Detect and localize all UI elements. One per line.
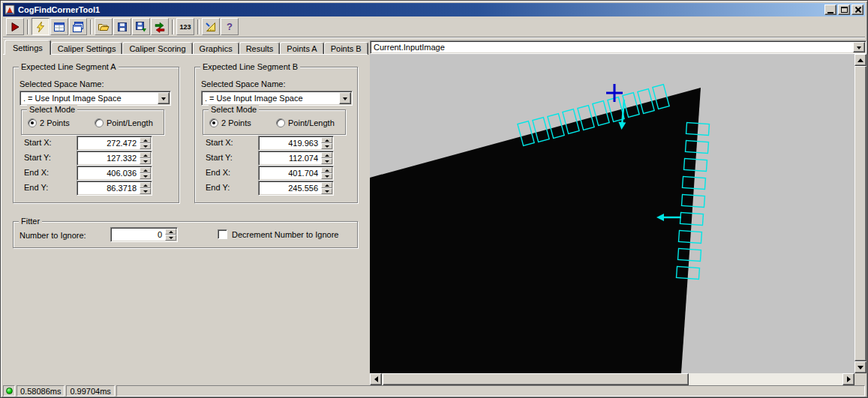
spinner — [321, 182, 332, 194]
scroll-left-button[interactable] — [370, 373, 382, 385]
end-x-input-b[interactable]: 401.704 — [258, 166, 334, 181]
image-canvas[interactable] — [370, 54, 854, 373]
radio-point-length-a[interactable]: Point/Length — [95, 118, 153, 127]
scroll-down-button[interactable] — [854, 361, 866, 373]
vertical-scroll-thumb[interactable] — [854, 66, 866, 361]
tab-settings[interactable]: Settings — [5, 40, 51, 55]
tab-points-b[interactable]: Points B — [324, 42, 368, 55]
caret — [857, 46, 861, 52]
vertical-scrollbar[interactable] — [854, 54, 866, 373]
measure-tool-button[interactable] — [202, 18, 220, 35]
arrow-up-icon — [857, 55, 863, 62]
spin-down-button[interactable] — [140, 143, 151, 149]
spin-up-button[interactable] — [140, 152, 151, 158]
caret — [325, 160, 329, 165]
scroll-up-button[interactable] — [854, 54, 866, 66]
caret — [143, 152, 148, 157]
spin-down-button[interactable] — [140, 173, 151, 179]
maximize-button[interactable] — [838, 4, 850, 15]
save-icon — [116, 21, 128, 33]
radio-icon[interactable] — [28, 118, 37, 127]
spin-down-button[interactable] — [321, 143, 332, 149]
spin-up-button[interactable] — [321, 167, 332, 173]
tab-points-a[interactable]: Points A — [280, 42, 323, 55]
end-y-input-b[interactable]: 245.556 — [258, 181, 334, 196]
chevron-down-icon[interactable] — [339, 92, 351, 104]
spin-down-button[interactable] — [140, 188, 151, 194]
radio-icon[interactable] — [95, 118, 104, 127]
help-button[interactable]: ? — [221, 18, 239, 35]
spin-up-button[interactable] — [321, 152, 332, 158]
tab-caliper-settings[interactable]: Caliper Settings — [51, 42, 123, 55]
electric-run-button[interactable] — [32, 18, 50, 35]
start-x-label: Start X: — [206, 138, 233, 147]
radio-icon[interactable] — [276, 118, 285, 127]
minimize-button[interactable] — [824, 4, 836, 15]
caret — [325, 152, 329, 157]
start-x-input-a[interactable]: 272.472 — [77, 136, 152, 151]
decrement-number-row[interactable]: Decrement Number to Ignore — [218, 229, 338, 239]
window-title: CogFindCornerTool1 — [18, 5, 824, 14]
status-filler — [116, 385, 865, 397]
space-name-combo-b[interactable]: . = Use Input Image Space — [201, 91, 353, 106]
scroll-right-button[interactable] — [842, 373, 854, 385]
radio-label: 2 Points — [221, 118, 251, 127]
spin-down-button[interactable] — [165, 235, 176, 241]
spin-up-button[interactable] — [321, 137, 332, 143]
caret — [169, 229, 173, 233]
tab-caliper-scoring[interactable]: Caliper Scoring — [122, 42, 192, 55]
save-button[interactable] — [113, 18, 131, 35]
spin-up-button[interactable] — [165, 229, 176, 235]
number-to-ignore-label: Number to Ignore: — [20, 231, 86, 240]
caret — [343, 97, 347, 103]
arrow-left-icon — [371, 376, 378, 382]
chevron-down-icon[interactable] — [158, 92, 170, 104]
image-viewport[interactable] — [370, 54, 854, 373]
spin-up-button[interactable] — [140, 167, 151, 173]
spin-down-button[interactable] — [321, 158, 332, 164]
start-y-input-a[interactable]: 127.332 — [77, 151, 152, 166]
radio-2-points-a[interactable]: 2 Points — [28, 118, 70, 127]
run-button[interactable] — [6, 18, 24, 35]
end-y-input-a[interactable]: 86.3718 — [77, 181, 152, 196]
spin-up-button[interactable] — [321, 182, 332, 188]
spin-up-button[interactable] — [140, 137, 151, 143]
records-window-button[interactable] — [69, 18, 87, 35]
horizontal-scrollbar[interactable] — [370, 373, 854, 385]
horizontal-scroll-thumb[interactable] — [383, 373, 689, 385]
number-to-ignore-input[interactable]: 0 — [110, 227, 178, 242]
end-x-input-a[interactable]: 406.036 — [77, 166, 152, 181]
caret — [325, 137, 329, 142]
radio-icon[interactable] — [209, 118, 218, 127]
radio-2-points-b[interactable]: 2 Points — [209, 118, 251, 127]
spin-down-button[interactable] — [321, 173, 332, 179]
import-export-button[interactable] — [151, 18, 169, 35]
chevron-down-icon[interactable] — [853, 42, 865, 52]
numeric-precision-button[interactable]: 123 — [176, 18, 194, 35]
image-window-button[interactable] — [50, 18, 68, 35]
tab-graphics[interactable]: Graphics — [193, 42, 239, 55]
spin-down-button[interactable] — [321, 188, 332, 194]
start-x-input-b[interactable]: 419.963 — [258, 136, 334, 151]
radio-point-length-b[interactable]: Point/Length — [276, 118, 335, 127]
spin-up-button[interactable] — [140, 182, 151, 188]
measure-icon — [205, 21, 217, 33]
select-mode-group-b: Select Mode 2 Points Point/Length — [203, 109, 346, 135]
start-y-label: Start Y: — [24, 153, 51, 162]
selected-space-name-label: Selected Space Name: — [201, 79, 286, 88]
close-button[interactable] — [851, 4, 863, 15]
start-y-input-b[interactable]: 112.074 — [258, 151, 334, 166]
window-controls — [824, 4, 863, 15]
arrow-right-icon — [847, 376, 854, 382]
open-button[interactable] — [95, 18, 113, 35]
save-image-button[interactable] — [132, 18, 150, 35]
space-name-combo-a[interactable]: . = Use Input Image Space — [20, 91, 171, 106]
save-image-icon — [135, 21, 147, 33]
decrement-checkbox[interactable] — [218, 229, 227, 239]
field-value: 0 — [158, 230, 162, 239]
field-value: 401.704 — [288, 169, 318, 178]
tab-results[interactable]: Results — [239, 42, 281, 55]
spin-down-button[interactable] — [140, 158, 151, 164]
image-source-combo[interactable]: Current.InputImage — [370, 40, 866, 54]
selected-space-name-label: Selected Space Name: — [20, 79, 104, 88]
